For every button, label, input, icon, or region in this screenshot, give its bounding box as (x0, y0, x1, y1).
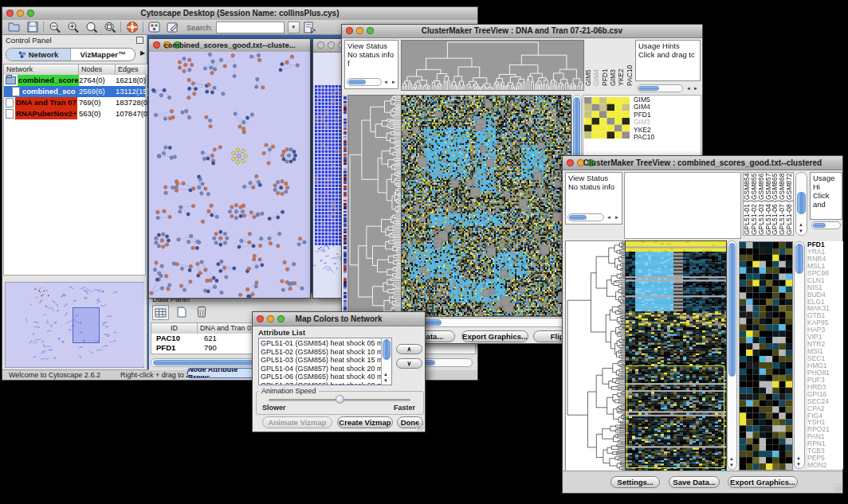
view-status-scrollbar[interactable] (347, 78, 382, 86)
attribute-table-icon[interactable] (152, 305, 169, 320)
treeview1-row-dendrogram[interactable] (347, 95, 402, 317)
attribute-list-item[interactable]: GPL51-02 (GSM855) heat shock 10 min (259, 348, 381, 357)
gene-label[interactable]: GTB1 (807, 312, 843, 319)
gene-label[interactable]: YRA1 (807, 248, 843, 256)
gene-label[interactable]: GIM3 (634, 119, 669, 126)
attribute-listbox[interactable]: GPL51-01 (GSM854) heat shock 05 minGPL51… (258, 338, 392, 385)
network-view-window-2[interactable] (312, 38, 344, 299)
attribute-list-item[interactable]: GPL51-01 (GSM854) heat shock 05 min (259, 339, 381, 348)
gene-label[interactable]: HRD3 (807, 384, 843, 391)
export-graphics-button[interactable]: Export Graphics... (461, 330, 528, 342)
gene-label[interactable]: GIM4 (634, 104, 669, 111)
gene-label[interactable]: PEP5 (807, 455, 843, 462)
attribute-list-vscrollbar[interactable]: ▲ ▼ (381, 338, 391, 385)
gene-label[interactable]: NTR2 (807, 341, 843, 348)
usage-hints-scrollbar[interactable] (637, 84, 683, 92)
gene-label[interactable]: PUF3 (807, 377, 843, 384)
dense-network-canvas[interactable] (313, 85, 344, 284)
network-table-row[interactable]: RNAPuberNov2+563(0)107847(0) (4, 108, 145, 119)
gene-label[interactable]: MON2 (807, 462, 843, 469)
tab-overflow-button[interactable]: ▶ (139, 50, 147, 56)
scroll-down-arrow[interactable]: ▼ (728, 463, 736, 468)
scroll-up-arrow[interactable]: ▲ (382, 372, 390, 377)
gene-label[interactable]: VIP1 (807, 334, 843, 341)
save-session-button[interactable] (25, 21, 40, 34)
gene-label[interactable]: HAP3 (807, 326, 843, 334)
delete-attribute-icon[interactable] (194, 305, 209, 318)
treeview2-titlebar[interactable]: ClusterMaker TreeView : combined_scores_… (563, 156, 842, 170)
scroll-up-arrow[interactable]: ▲ (795, 455, 803, 461)
gene-label[interactable]: FIG4 (807, 412, 843, 420)
gene-label[interactable]: MSI1 (807, 348, 843, 355)
treeview2-usage-scrollbar[interactable] (811, 221, 841, 229)
network-view-titlebar[interactable]: combined_scores_good.txt--cluste... (149, 39, 310, 53)
scroll-down-arrow[interactable]: ▼ (382, 378, 390, 384)
treeview2-heatmap[interactable] (625, 240, 727, 471)
treeview2-collabel-vscrollbar[interactable]: ▲ ▼ (795, 172, 807, 236)
gene-label[interactable]: KAP95 (807, 319, 843, 326)
gene-label[interactable]: SEC24 (807, 398, 843, 405)
settings-button[interactable]: Settings... (610, 476, 660, 488)
search-options-icon[interactable] (303, 21, 318, 34)
edit-network-icon[interactable] (165, 21, 180, 34)
scroll-down-arrow[interactable]: ▼ (797, 229, 805, 234)
move-down-button[interactable]: ∨ (396, 358, 422, 369)
network-canvas[interactable] (149, 52, 310, 298)
gene-label[interactable]: YKE2 (634, 127, 669, 134)
treeview2-row-dendrogram[interactable] (565, 240, 626, 471)
attribute-list-item[interactable]: GPL51-07 (GSM868) heat shock 60 min (259, 381, 381, 386)
gene-label[interactable]: RPN1 (807, 440, 843, 447)
birdseye-canvas[interactable] (6, 283, 144, 365)
treeview2-heat-vscrollbar[interactable]: ▲ ▼ (727, 240, 737, 470)
gene-label[interactable]: PAN1 (807, 433, 843, 440)
scroll-down-arrow[interactable]: ▼ (795, 462, 803, 467)
gene-label[interactable]: TCB3 (807, 447, 843, 455)
zoom-fit-button[interactable] (102, 21, 117, 34)
gene-label[interactable]: RPO21 (807, 426, 843, 433)
animate-vizmap-button[interactable]: Animate Vizmap (262, 416, 332, 428)
scroll-up-arrow[interactable]: ▲ (797, 222, 805, 228)
network-view-2-titlebar[interactable] (313, 39, 344, 53)
attribute-list-item[interactable]: GPL51-03 (GSM856) heat shock 15 min (259, 356, 381, 365)
help-lifebuoy-icon[interactable] (124, 21, 139, 34)
scroll-up-arrow[interactable]: ▲ (728, 456, 736, 462)
treeview2-window[interactable]: ClusterMaker TreeView : combined_scores_… (562, 155, 843, 494)
network-view-window[interactable]: combined_scores_good.txt--cluste... (148, 38, 311, 299)
main-title-bar[interactable]: Cytoscape Desktop (Session Name: collins… (2, 7, 477, 21)
col-header-nodes[interactable]: Nodes (79, 64, 116, 75)
view-status-scrollbar[interactable] (567, 213, 604, 221)
tab-network[interactable]: Network (6, 49, 71, 61)
gene-label[interactable]: GPI16 (807, 391, 843, 398)
gene-label[interactable]: SPC98 (807, 270, 843, 277)
scroll-left-arrow[interactable]: ◄ (382, 80, 390, 85)
slider-thumb[interactable] (336, 395, 344, 404)
resize-grip[interactable] (833, 483, 842, 492)
gene-label[interactable]: PFD1 (634, 111, 669, 119)
birdseye-view-panel[interactable] (5, 282, 144, 368)
move-up-button[interactable]: ∧ (396, 344, 422, 354)
dp-col-id[interactable]: ID (151, 323, 198, 334)
gene-label[interactable]: CPA2 (807, 405, 843, 412)
new-attribute-icon[interactable] (174, 305, 189, 318)
export-graphics-button[interactable]: Export Graphics... (728, 476, 798, 488)
search-input[interactable] (216, 21, 285, 33)
gene-label[interactable]: MSL1 (807, 263, 843, 270)
col-header-edges[interactable]: Edges (116, 64, 147, 75)
gene-label[interactable]: RNR4 (807, 256, 843, 263)
close-icon[interactable] (317, 41, 324, 49)
gene-label[interactable]: GIM5 (634, 96, 669, 104)
animation-speed-slider[interactable] (269, 399, 410, 401)
attribute-list-item[interactable]: GPL51-06 (GSM865) heat shock 40 min (259, 373, 381, 381)
zoom-selected-button[interactable] (84, 21, 99, 34)
gene-label[interactable]: BUD4 (807, 291, 843, 299)
network-table-row[interactable]: DNA and Tran 07769(0)183728(0) (4, 97, 145, 108)
gene-label[interactable]: SEC1 (807, 355, 843, 362)
scroll-left-arrow[interactable]: ◄ (605, 215, 613, 221)
gene-label[interactable]: PFD1 (807, 241, 843, 248)
resize-grip[interactable] (415, 422, 424, 431)
search-dropdown-button[interactable]: ▼ (288, 21, 300, 33)
scroll-right-arrow[interactable]: ► (390, 80, 398, 85)
zoom-out-button[interactable] (47, 21, 62, 34)
save-data-button[interactable]: Save Data... (669, 476, 720, 488)
create-vizmap-button[interactable]: Create Vizmap (337, 416, 393, 428)
